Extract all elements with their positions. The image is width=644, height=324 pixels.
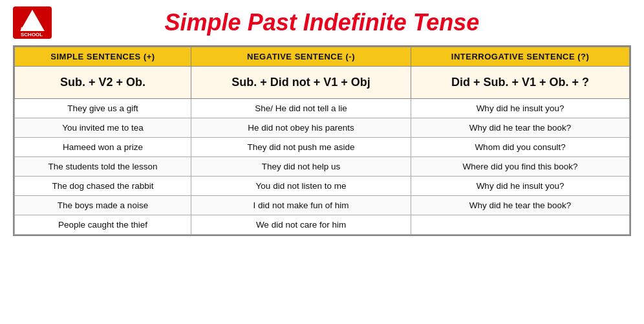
formula-row: Sub. + V2 + Ob. Sub. + Did not + V1 + Ob…: [15, 67, 630, 99]
main-table-wrapper: SIMPLE SENTENCES (+) NEGATIVE SENTENCE (…: [13, 45, 631, 236]
svg-text:adda247: adda247: [21, 26, 39, 30]
table-row: The boys made a noiseI did not make fun …: [15, 196, 630, 215]
table-row: The students told the lessonThey did not…: [15, 157, 630, 177]
cell-simple: You invited me to tea: [15, 118, 191, 138]
cell-negative: They did not push me aside: [191, 138, 411, 157]
cell-simple: They give us a gift: [15, 99, 191, 118]
col-header-simple: SIMPLE SENTENCES (+): [15, 47, 191, 67]
cell-negative: They did not help us: [191, 157, 411, 177]
cell-negative: I did not make fun of him: [191, 196, 411, 215]
cell-negative: We did not care for him: [191, 215, 411, 235]
col-header-interrogative: INTERROGATIVE SENTENCE (?): [411, 47, 630, 67]
column-headers-row: SIMPLE SENTENCES (+) NEGATIVE SENTENCE (…: [15, 47, 630, 67]
cell-simple: The boys made a noise: [15, 196, 191, 215]
table-row: They give us a giftShe/ He did not tell …: [15, 99, 630, 118]
page-title: Simple Past Indefinite Tense: [52, 9, 631, 36]
svg-text:SCHOOL: SCHOOL: [21, 32, 43, 38]
cell-negative: You did not listen to me: [191, 177, 411, 196]
cell-interrogative: Why did he tear the book?: [411, 118, 630, 138]
cell-simple: The students told the lesson: [15, 157, 191, 177]
cell-simple: The dog chased the rabbit: [15, 177, 191, 196]
formula-negative: Sub. + Did not + V1 + Obj: [191, 67, 411, 99]
cell-interrogative: Why did he insult you?: [411, 99, 630, 118]
table-row: People caught the thiefWe did not care f…: [15, 215, 630, 235]
tense-table: SIMPLE SENTENCES (+) NEGATIVE SENTENCE (…: [14, 47, 630, 235]
page-header: SCHOOL adda247 Simple Past Indefinite Te…: [13, 6, 631, 39]
cell-interrogative: Whom did you consult?: [411, 138, 630, 157]
col-header-negative: NEGATIVE SENTENCE (-): [191, 47, 411, 67]
cell-negative: He did not obey his parents: [191, 118, 411, 138]
cell-negative: She/ He did not tell a lie: [191, 99, 411, 118]
cell-interrogative: Where did you find this book?: [411, 157, 630, 177]
table-row: The dog chased the rabbitYou did not lis…: [15, 177, 630, 196]
table-row: Hameed won a prizeThey did not push me a…: [15, 138, 630, 157]
formula-interrogative: Did + Sub. + V1 + Ob. + ?: [411, 67, 630, 99]
adda247-logo: SCHOOL adda247: [13, 6, 52, 39]
cell-interrogative: Why did he tear the book?: [411, 196, 630, 215]
table-row: You invited me to teaHe did not obey his…: [15, 118, 630, 138]
cell-interrogative: Why did he insult you?: [411, 177, 630, 196]
cell-interrogative: [411, 215, 630, 235]
cell-simple: People caught the thief: [15, 215, 191, 235]
cell-simple: Hameed won a prize: [15, 138, 191, 157]
formula-simple: Sub. + V2 + Ob.: [15, 67, 191, 99]
